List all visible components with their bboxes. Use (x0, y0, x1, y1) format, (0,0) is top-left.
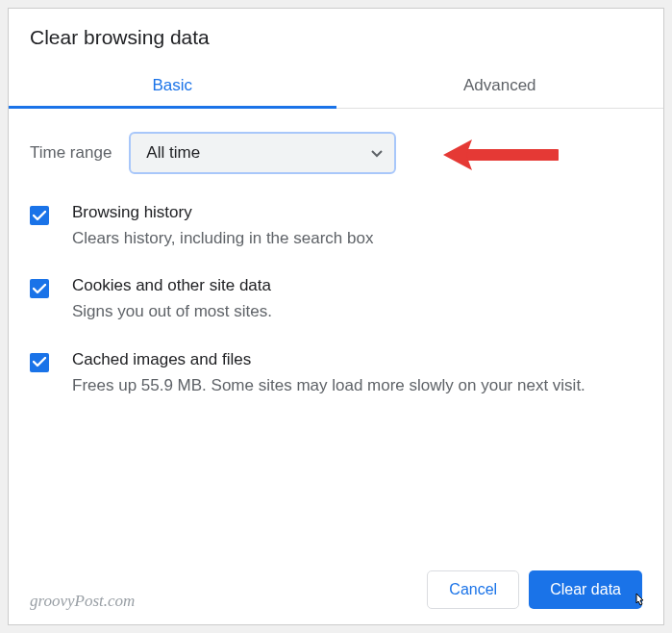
clear-data-label: Clear data (550, 581, 621, 598)
option-text: Browsing history Clears history, includi… (72, 203, 373, 251)
checkbox-browsing-history[interactable] (30, 206, 49, 225)
time-range-select[interactable]: All time (129, 132, 396, 174)
option-text: Cookies and other site data Signs you ou… (72, 276, 272, 324)
option-desc: Frees up 55.9 MB. Some sites may load mo… (72, 373, 585, 398)
option-cookies: Cookies and other site data Signs you ou… (30, 276, 642, 324)
dialog-footer: Cancel Clear data (427, 570, 642, 609)
option-desc: Signs you out of most sites. (72, 299, 272, 324)
checkmark-icon (33, 284, 46, 294)
tab-basic[interactable]: Basic (9, 63, 336, 108)
watermark: groovyPost.com (30, 592, 135, 611)
annotation-arrow-icon (443, 138, 559, 172)
time-range-value: All time (146, 143, 200, 163)
cancel-button[interactable]: Cancel (427, 570, 519, 609)
clear-browsing-data-dialog: Clear browsing data Basic Advanced Time … (8, 8, 664, 625)
option-desc: Clears history, including in the search … (72, 226, 373, 251)
dialog-body: Time range All time Browsing history Cle… (9, 109, 663, 398)
option-title: Cookies and other site data (72, 276, 272, 295)
option-title: Browsing history (72, 203, 373, 222)
option-title: Cached images and files (72, 350, 585, 369)
time-range-label: Time range (30, 143, 112, 163)
option-browsing-history: Browsing history Clears history, includi… (30, 203, 642, 251)
dialog-title: Clear browsing data (9, 22, 663, 63)
tabs: Basic Advanced (9, 63, 663, 109)
tab-advanced[interactable]: Advanced (336, 63, 664, 108)
checkmark-icon (33, 211, 46, 221)
cursor-pointer-icon (631, 592, 648, 613)
clear-data-button[interactable]: Clear data (529, 570, 642, 609)
checkmark-icon (33, 357, 46, 367)
option-text: Cached images and files Frees up 55.9 MB… (72, 350, 585, 398)
option-cached: Cached images and files Frees up 55.9 MB… (30, 350, 642, 398)
checkbox-cached[interactable] (30, 353, 49, 372)
checkbox-cookies[interactable] (30, 279, 49, 298)
chevron-down-icon (371, 143, 383, 163)
time-range-row: Time range All time (30, 132, 642, 174)
